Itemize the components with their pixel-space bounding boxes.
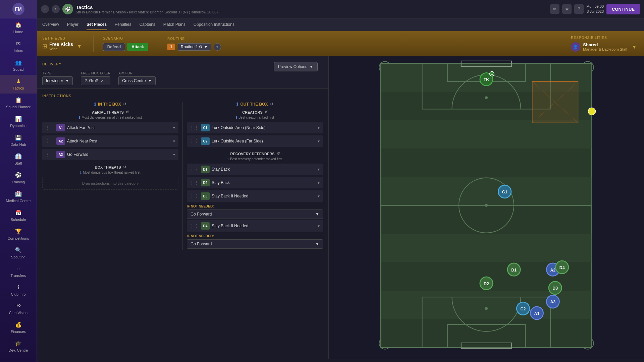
preview-options-chevron: ▼ xyxy=(309,64,313,69)
tab-captains[interactable]: Captains xyxy=(139,19,155,30)
taker-select[interactable]: P. Groß ↗ xyxy=(81,76,110,85)
sidebar-item-dev-centre[interactable]: 🎓 Dev. Centre xyxy=(0,337,37,356)
recovery-hint: ℹ Best recovery defender ranked first xyxy=(187,157,323,161)
sidebar-item-dynamics[interactable]: 📊 Dynamics xyxy=(0,112,37,131)
delivery-type-select[interactable]: Inswinger ▼ xyxy=(42,76,73,85)
refresh-icon-2[interactable]: ↺ xyxy=(270,102,273,107)
sidebar-item-club-vision[interactable]: 👁 Club Vision xyxy=(0,300,37,318)
box-threats-hint: ℹ Most dangerous box threat ranked first xyxy=(42,171,178,174)
drag-handle-c1[interactable]: ⋮⋮ xyxy=(190,125,199,130)
ball-position xyxy=(588,108,596,115)
drag-handle-a2[interactable]: ⋮⋮ xyxy=(45,138,54,144)
box-threats-drag-hint: Drag instructions into this category xyxy=(42,177,178,190)
drag-handle-d4[interactable]: ⋮⋮ xyxy=(190,223,199,229)
badge-d3: D3 xyxy=(201,192,210,200)
continue-button[interactable]: CONTINUE xyxy=(606,4,640,14)
page-subtitle: 5th in English Premier Division - Next M… xyxy=(76,10,547,14)
if-not-select-d3[interactable]: Go Forward ▼ xyxy=(187,209,323,219)
sidebar-item-transfers[interactable]: ↔ Transfers xyxy=(0,262,37,281)
sidebar-item-training[interactable]: ⚽ Training xyxy=(0,169,37,187)
sidebar-item-medical[interactable]: 🏥 Medical Centre xyxy=(0,187,37,206)
nav-back-button[interactable]: ‹ xyxy=(41,5,49,13)
d1-chevron[interactable]: ▼ xyxy=(317,168,320,171)
delivery-row: TYPE Inswinger ▼ FREE KICK TAKER P. Groß… xyxy=(42,71,323,85)
player-d4-label: D4 xyxy=(559,265,565,270)
sidebar-item-club-info[interactable]: ℹ Club Info xyxy=(0,281,37,300)
a2-chevron[interactable]: ▼ xyxy=(172,139,176,143)
nav-forward-button[interactable]: › xyxy=(52,5,60,13)
tab-penalties[interactable]: Penalties xyxy=(115,19,131,30)
responsibilities-dropdown-button[interactable]: ▼ xyxy=(630,44,639,50)
creators-hint: ℹ Best creator ranked first xyxy=(187,116,323,119)
tab-player[interactable]: Player xyxy=(67,19,78,30)
sidebar-label-data-hub: Data Hub xyxy=(10,142,26,146)
help-star-button[interactable]: ★ xyxy=(562,4,572,14)
sidebar-item-data-hub[interactable]: 💾 Data Hub xyxy=(0,131,37,150)
aim-select[interactable]: Cross Centre ▼ xyxy=(118,76,156,85)
d2-chevron[interactable]: ▼ xyxy=(317,181,320,185)
tab-opposition[interactable]: Opposition Instructions xyxy=(194,19,234,30)
recovery-refresh-icon[interactable]: ↺ xyxy=(277,152,280,156)
sidebar-item-scouting[interactable]: 🔍 Scouting xyxy=(0,244,37,262)
drag-handle-c2[interactable]: ⋮⋮ xyxy=(190,138,199,144)
sidebar-label-squad: Squad xyxy=(13,67,24,71)
routine-select[interactable]: Routine 1 ⚙ ▼ xyxy=(178,43,211,51)
badge-c1: C1 xyxy=(201,124,210,131)
sidebar-label-competitions: Competitions xyxy=(7,236,29,240)
responsibilities-section: RESPONSIBILITIES 👤 Shared Manager & Back… xyxy=(571,36,639,52)
recovery-defenders-label: RECOVERY DEFENDERS xyxy=(230,152,274,156)
drag-handle-d3[interactable]: ⋮⋮ xyxy=(190,193,199,199)
player-tk-label: TK xyxy=(484,77,489,82)
box-threats-refresh-icon[interactable]: ↺ xyxy=(123,165,126,169)
sidebar-item-competitions[interactable]: 🏆 Competitions xyxy=(0,225,37,244)
d3-chevron[interactable]: ▼ xyxy=(317,194,320,198)
sidebar-item-home[interactable]: 🏠 Home xyxy=(0,18,37,37)
edit-button[interactable]: ✏ xyxy=(550,4,559,14)
c2-chevron[interactable]: ▼ xyxy=(317,139,320,143)
tab-match-plans[interactable]: Match Plans xyxy=(163,19,185,30)
c1-chevron[interactable]: ▼ xyxy=(317,126,320,130)
refresh-icon-1[interactable]: ↺ xyxy=(123,102,126,107)
sidebar-label-squad-planner: Squad Planner xyxy=(6,105,31,109)
datetime-line2: 3 Jul 2023 xyxy=(586,9,604,14)
add-routine-button[interactable]: + xyxy=(214,43,221,51)
c2-text: Lurk Outside Area (Far Side) xyxy=(212,139,315,143)
tab-overview[interactable]: Overview xyxy=(42,19,59,30)
sidebar-item-tactics[interactable]: ♟ Tactics xyxy=(0,75,37,94)
tab-set-pieces[interactable]: Set Pieces xyxy=(87,19,107,30)
a1-text: Attack Far Post xyxy=(67,125,170,130)
defender-d2: ⋮⋮ D2 Stay Back ▼ xyxy=(187,177,323,188)
drag-handle-a3[interactable]: ⋮⋮ xyxy=(45,152,54,157)
squad-planner-icon: 📋 xyxy=(15,97,22,103)
aim-label: AIM FOR xyxy=(118,71,156,75)
drag-handle-d1[interactable]: ⋮⋮ xyxy=(190,167,199,172)
a3-chevron[interactable]: ▼ xyxy=(172,153,176,157)
defend-button[interactable]: Defend xyxy=(103,43,125,51)
sidebar-label-dev-centre: Dev. Centre xyxy=(9,348,28,352)
sidebar-item-staff[interactable]: 👔 Staff xyxy=(0,150,37,169)
sidebar-item-inbox[interactable]: ✉ Inbox xyxy=(0,37,37,56)
d4-chevron[interactable]: ▼ xyxy=(317,224,320,228)
sidebar-item-schedule[interactable]: 📅 Schedule xyxy=(0,206,37,225)
aim-for-field: AIM FOR Cross Centre ▼ xyxy=(118,71,156,85)
sidebar-item-squad-planner[interactable]: 📋 Squad Planner xyxy=(0,94,37,112)
tactics-icon: ♟ xyxy=(16,78,21,84)
hint-icon-3: ℹ xyxy=(236,116,237,119)
set-piece-dropdown-button[interactable]: ▼ xyxy=(75,43,84,50)
creators-refresh-icon[interactable]: ↺ xyxy=(265,110,268,114)
squad-icon: 👥 xyxy=(15,59,22,66)
sidebar-label-training: Training xyxy=(12,180,25,184)
transfers-icon: ↔ xyxy=(16,266,21,272)
help-button[interactable]: ? xyxy=(574,4,584,14)
a1-chevron[interactable]: ▼ xyxy=(172,126,176,130)
sidebar-item-squad[interactable]: 👥 Squad xyxy=(0,56,37,75)
scenario-section: SCENARIO Defend Attack xyxy=(103,37,148,51)
attack-button[interactable]: Attack xyxy=(127,43,148,51)
drag-handle-a1[interactable]: ⋮⋮ xyxy=(45,125,54,130)
sidebar-item-finances[interactable]: 💰 Finances xyxy=(0,318,37,337)
preview-options-button[interactable]: Preview Options ▼ xyxy=(274,62,318,71)
creators-label: CREATORS xyxy=(242,110,263,114)
if-not-select-d4[interactable]: Go Forward ▼ xyxy=(187,239,323,249)
drag-handle-d2[interactable]: ⋮⋮ xyxy=(190,180,199,185)
aerial-threats-icon[interactable]: ↺ xyxy=(126,110,129,114)
